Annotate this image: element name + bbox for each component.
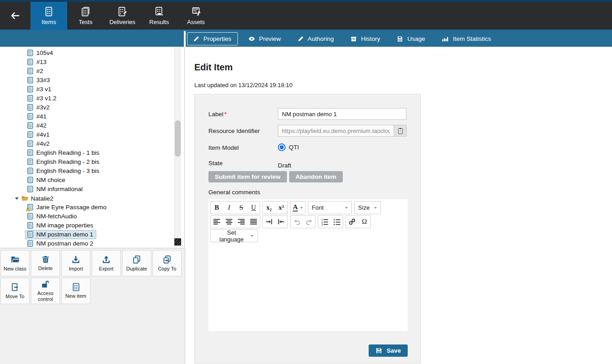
underline-button[interactable]: U (247, 202, 260, 214)
bullet-list-button[interactable] (331, 216, 343, 228)
special-char-button[interactable]: Ω (358, 216, 370, 228)
tab-label: Properties (203, 35, 232, 42)
tree-item[interactable]: #3v2 (0, 103, 184, 112)
indent-button[interactable] (263, 216, 275, 228)
numbered-list-icon: 123 (321, 218, 328, 226)
undo-button[interactable] (291, 216, 303, 228)
move-to-button[interactable]: Move To (0, 278, 30, 304)
align-left-icon (213, 219, 220, 225)
tab-label: Authoring (308, 35, 334, 42)
tree-item[interactable]: #41 (0, 112, 184, 121)
tree-item[interactable]: #13 (0, 58, 184, 67)
required-asterisk: * (224, 111, 227, 118)
tab-tests[interactable]: Tests (67, 2, 104, 30)
italic-button[interactable]: I (223, 202, 235, 214)
bold-button[interactable]: B (211, 202, 223, 214)
duplicate-button[interactable]: Duplicate (122, 250, 151, 276)
tree-item[interactable]: NM informational (0, 185, 184, 194)
tree-item[interactable]: English Reading - 2 bis (0, 157, 184, 167)
item-icon (27, 167, 33, 174)
resource-tree-list: 105v4#13#233#3#3 v1#3 v1.2#3v2#41#42#4v1… (0, 47, 184, 248)
qti-radio[interactable] (278, 143, 286, 151)
tree-item[interactable]: #4v1 (0, 130, 184, 139)
import-button[interactable]: Import (61, 250, 90, 276)
tab-item-statistics[interactable]: Item Statistics (435, 32, 497, 45)
tree-item[interactable]: #4v2 (0, 139, 184, 148)
state-label: State (208, 157, 278, 169)
superscript-button[interactable]: x² (275, 202, 287, 214)
item-icon (27, 104, 33, 111)
tree-item[interactable]: NM-fetchAudio (0, 212, 184, 221)
state-row: State Draft (208, 157, 407, 169)
strikethrough-button[interactable]: S (235, 202, 247, 214)
tree-item-label: English Reading - 1 bis (36, 149, 99, 156)
tab-properties[interactable]: Properties (187, 32, 238, 45)
copy-to-button[interactable]: Copy To (153, 250, 182, 276)
action-label: Duplicate (126, 266, 147, 272)
align-left-button[interactable] (211, 216, 223, 228)
tree-item[interactable]: English Reading - 3 bis (0, 167, 184, 176)
abandon-item-button[interactable]: Abandon item (289, 171, 343, 182)
new-item-button[interactable]: New item (61, 278, 90, 304)
tree-folder[interactable]: Natalie2 (0, 194, 184, 203)
results-icon (154, 6, 164, 17)
subscript-button[interactable]: x₂ (263, 202, 275, 214)
tree-item[interactable]: Jane Eyre Passage demo (0, 203, 184, 212)
comments-editor-content[interactable] (208, 243, 408, 331)
label-input[interactable] (278, 108, 406, 120)
back-button[interactable] (0, 2, 30, 30)
font-dropdown[interactable]: Font (308, 202, 351, 214)
unlock-icon (41, 280, 50, 289)
tree-item[interactable]: NM image properties (0, 221, 184, 230)
tree-item[interactable]: English Reading - 1 bis (0, 148, 184, 157)
tab-items[interactable]: Items (30, 2, 67, 30)
tab-deliveries[interactable]: Deliveries (104, 2, 141, 30)
redo-button[interactable] (303, 216, 315, 228)
tab-preview[interactable]: Preview (242, 32, 287, 45)
new-class-button[interactable]: New class (0, 250, 30, 276)
tree-item[interactable]: 33#3 (0, 76, 184, 85)
align-right-button[interactable] (235, 216, 247, 228)
justify-button[interactable] (247, 216, 260, 228)
text-color-button[interactable]: A (291, 202, 305, 214)
tree-item[interactable]: #3 v1 (0, 85, 184, 94)
resource-identifier-input[interactable] (278, 125, 394, 137)
tree-item[interactable]: 105v4 (0, 49, 184, 58)
export-button[interactable]: Export (92, 250, 121, 276)
tree-item[interactable]: NM postman demo 2 (0, 239, 184, 248)
tree-item[interactable]: #2 (0, 67, 184, 76)
tree-item[interactable]: #42 (0, 121, 184, 130)
chevron-down-icon[interactable] (14, 197, 20, 200)
save-button[interactable]: Save (369, 344, 408, 357)
edit-item-form: Label* Resource Identifier Item Model QT… (194, 94, 421, 364)
tests-icon (80, 6, 91, 17)
tree-item[interactable]: #3 v1.2 (0, 94, 184, 103)
tree-item[interactable]: NM choice (0, 176, 184, 185)
tree-item-label: NM choice (36, 177, 65, 183)
tab-assets[interactable]: Assets (178, 2, 214, 30)
link-button[interactable] (346, 216, 358, 228)
archive-icon (350, 36, 357, 42)
tab-usage[interactable]: Usage (390, 32, 431, 45)
size-dropdown[interactable]: Size (355, 202, 380, 214)
item-icon (72, 283, 80, 291)
action-bar: Properties Preview Authoring History Usa… (186, 31, 612, 47)
align-center-button[interactable] (223, 216, 235, 228)
tree-item[interactable]: NM postman demo 1 (0, 230, 184, 239)
set-language-dropdown[interactable]: Set language (211, 230, 257, 242)
outdent-button[interactable] (275, 216, 287, 228)
access-control-button[interactable]: Access control (31, 278, 60, 304)
delete-button[interactable]: Delete (31, 250, 60, 276)
copy-identifier-button[interactable] (394, 125, 407, 137)
comments-rich-text-editor: B I S U x₂ x² A Font (208, 199, 408, 331)
tree-resize-handle[interactable] (174, 238, 181, 246)
tree-item-label: 105v4 (36, 49, 53, 56)
tab-history[interactable]: History (344, 32, 386, 45)
svg-text:3: 3 (321, 223, 323, 226)
submit-for-review-button[interactable]: Submit item for review (208, 171, 287, 182)
tab-results[interactable]: Results (141, 2, 178, 30)
tab-authoring[interactable]: Authoring (291, 32, 341, 45)
tree-scrollbar-thumb[interactable] (175, 120, 181, 157)
numbered-list-button[interactable]: 123 (318, 216, 331, 228)
tab-label: History (361, 35, 380, 42)
